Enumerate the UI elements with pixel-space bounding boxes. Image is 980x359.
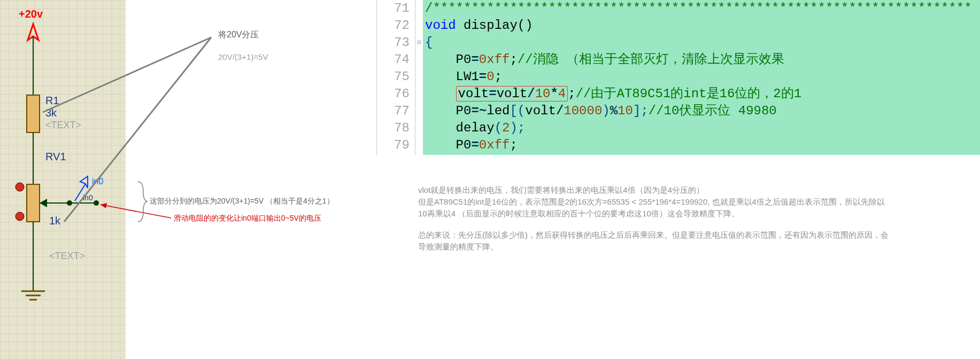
fold-column: ⊟ [415, 0, 423, 155]
rv1-name: RV1 [45, 151, 66, 162]
explanation-text: vlot就是转换出来的电压，我们需要将转换出来的电压乘以4倍（因为是4分压的） … [418, 184, 889, 262]
svg-rect-4 [27, 184, 40, 222]
r1-name: R1 [45, 95, 59, 106]
probe-label-top: in0 [92, 177, 103, 186]
svg-marker-10 [40, 199, 47, 207]
schematic-drawing: +20v R1 3k <TEXT> RV1 1k <TEXT> in0 in0 [0, 0, 126, 359]
rv1-text-placeholder: <TEXT> [49, 251, 85, 261]
r1-text-placeholder: <TEXT> [45, 120, 81, 130]
proteus-schematic-canvas[interactable]: +20v R1 3k <TEXT> RV1 1k <TEXT> in0 in0 [0, 0, 126, 359]
svg-rect-2 [27, 95, 40, 132]
explain-line2: 但是AT89C51的int是16位的，表示范围是2的16次方=65535 < 2… [418, 197, 885, 218]
explain-line3: 总的来说：先分压(除以多少倍)，然后获得转换的电压之后后再乘回来。但是要注意电压… [418, 230, 889, 251]
svg-point-18 [16, 212, 24, 221]
code-text-area[interactable]: /***************************************… [423, 0, 980, 155]
rv1-value: 1k [49, 215, 61, 227]
supply-label: +20v [19, 8, 43, 20]
anno-divider-calc: 20V/(3+1)=5V [218, 52, 268, 61]
probe-label-bottom: in0 [83, 193, 93, 202]
r1-value: 3k [45, 107, 57, 119]
code-line-gutter: 717273747576777879 [377, 0, 415, 155]
anno-bracket-note: 这部分分到的电压为20V/(3+1)=5V （相当于是4分之1） [150, 197, 334, 206]
anno-divider-title: 将20V分压 [218, 29, 259, 41]
anno-slider-note: 滑动电阻的的变化让in0端口输出0~5V的电压 [174, 214, 321, 223]
code-editor[interactable]: 717273747576777879 ⊟ /******************… [376, 0, 980, 155]
svg-point-17 [16, 183, 24, 191]
fold-icon[interactable]: ⊟ [415, 34, 423, 51]
explain-line1: vlot就是转换出来的电压，我们需要将转换出来的电压乘以4倍（因为是4分压的） [418, 185, 704, 194]
